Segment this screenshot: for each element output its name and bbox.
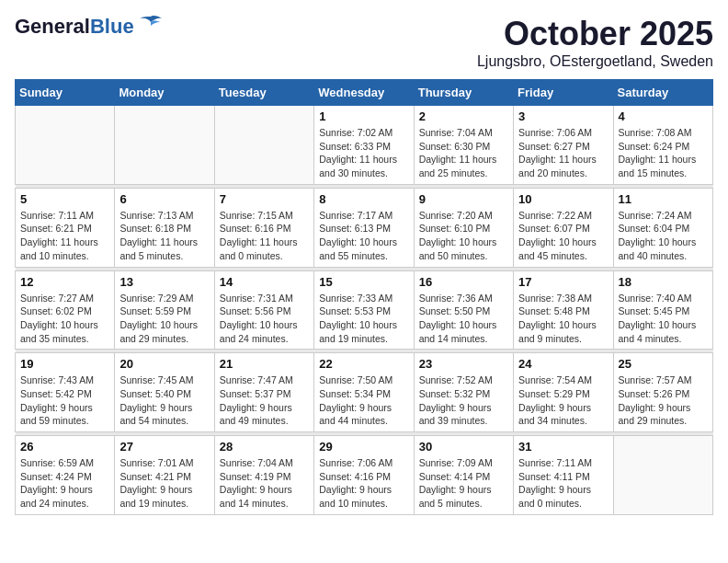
table-row: 16Sunrise: 7:36 AM Sunset: 5:50 PM Dayli… <box>414 270 513 350</box>
calendar-header-row: Sunday Monday Tuesday Wednesday Thursday… <box>16 80 713 106</box>
day-number: 23 <box>419 357 508 371</box>
calendar-week-row: 5Sunrise: 7:11 AM Sunset: 6:21 PM Daylig… <box>16 188 713 267</box>
table-row: 12Sunrise: 7:27 AM Sunset: 6:02 PM Dayli… <box>16 270 115 350</box>
table-row <box>16 106 115 185</box>
table-row <box>613 436 712 515</box>
table-row: 9Sunrise: 7:20 AM Sunset: 6:10 PM Daylig… <box>414 188 513 267</box>
day-info: Sunrise: 7:33 AM Sunset: 5:53 PM Dayligh… <box>319 292 408 346</box>
day-number: 31 <box>518 440 608 454</box>
col-friday: Friday <box>514 80 613 106</box>
day-number: 22 <box>319 357 408 371</box>
logo-text: GeneralBlue <box>15 15 134 39</box>
table-row: 22Sunrise: 7:50 AM Sunset: 5:34 PM Dayli… <box>314 353 414 432</box>
table-row: 4Sunrise: 7:08 AM Sunset: 6:24 PM Daylig… <box>613 106 712 185</box>
table-row: 27Sunrise: 7:01 AM Sunset: 4:21 PM Dayli… <box>115 436 214 515</box>
day-info: Sunrise: 7:06 AM Sunset: 4:16 PM Dayligh… <box>319 456 408 511</box>
day-info: Sunrise: 7:40 AM Sunset: 5:45 PM Dayligh… <box>619 292 708 346</box>
day-info: Sunrise: 7:24 AM Sunset: 6:04 PM Dayligh… <box>619 209 708 263</box>
col-monday: Monday <box>115 80 214 106</box>
table-row: 20Sunrise: 7:45 AM Sunset: 5:40 PM Dayli… <box>115 353 214 432</box>
day-info: Sunrise: 7:29 AM Sunset: 5:59 PM Dayligh… <box>119 292 209 346</box>
table-row: 31Sunrise: 7:11 AM Sunset: 4:11 PM Dayli… <box>514 436 613 515</box>
day-info: Sunrise: 7:22 AM Sunset: 6:07 PM Dayligh… <box>518 209 608 263</box>
page-title: October 2025 <box>477 15 713 53</box>
table-row: 29Sunrise: 7:06 AM Sunset: 4:16 PM Dayli… <box>314 436 414 515</box>
day-info: Sunrise: 7:50 AM Sunset: 5:34 PM Dayligh… <box>319 373 408 428</box>
day-number: 28 <box>220 440 309 454</box>
day-info: Sunrise: 7:57 AM Sunset: 5:26 PM Dayligh… <box>619 373 708 428</box>
day-info: Sunrise: 7:04 AM Sunset: 4:19 PM Dayligh… <box>220 456 309 511</box>
day-info: Sunrise: 7:15 AM Sunset: 6:16 PM Dayligh… <box>220 209 309 263</box>
day-number: 26 <box>20 440 109 454</box>
day-info: Sunrise: 7:54 AM Sunset: 5:29 PM Dayligh… <box>518 373 608 428</box>
table-row: 19Sunrise: 7:43 AM Sunset: 5:42 PM Dayli… <box>16 353 115 432</box>
day-number: 15 <box>319 275 408 289</box>
day-number: 29 <box>319 440 408 454</box>
day-number: 17 <box>518 275 608 289</box>
table-row: 25Sunrise: 7:57 AM Sunset: 5:26 PM Dayli… <box>613 353 712 432</box>
day-number: 16 <box>419 275 508 289</box>
day-number: 13 <box>119 275 209 289</box>
table-row: 26Sunrise: 6:59 AM Sunset: 4:24 PM Dayli… <box>16 436 115 515</box>
day-info: Sunrise: 7:45 AM Sunset: 5:40 PM Dayligh… <box>119 373 209 428</box>
day-number: 9 <box>419 192 508 206</box>
table-row: 23Sunrise: 7:52 AM Sunset: 5:32 PM Dayli… <box>414 353 513 432</box>
day-info: Sunrise: 7:13 AM Sunset: 6:18 PM Dayligh… <box>119 209 209 263</box>
day-number: 11 <box>619 192 708 206</box>
col-wednesday: Wednesday <box>314 80 414 106</box>
day-info: Sunrise: 7:27 AM Sunset: 6:02 PM Dayligh… <box>20 292 109 346</box>
day-info: Sunrise: 7:17 AM Sunset: 6:13 PM Dayligh… <box>319 209 408 263</box>
table-row: 10Sunrise: 7:22 AM Sunset: 6:07 PM Dayli… <box>514 188 613 267</box>
day-number: 6 <box>119 192 209 206</box>
table-row: 13Sunrise: 7:29 AM Sunset: 5:59 PM Dayli… <box>115 270 214 350</box>
day-number: 8 <box>319 192 408 206</box>
day-info: Sunrise: 7:02 AM Sunset: 6:33 PM Dayligh… <box>319 126 408 180</box>
day-number: 1 <box>319 109 408 123</box>
day-info: Sunrise: 7:38 AM Sunset: 5:48 PM Dayligh… <box>518 292 608 346</box>
table-row: 8Sunrise: 7:17 AM Sunset: 6:13 PM Daylig… <box>314 188 414 267</box>
day-number: 18 <box>619 275 708 289</box>
day-info: Sunrise: 7:11 AM Sunset: 6:21 PM Dayligh… <box>20 209 109 263</box>
table-row: 11Sunrise: 7:24 AM Sunset: 6:04 PM Dayli… <box>613 188 712 267</box>
table-row: 1Sunrise: 7:02 AM Sunset: 6:33 PM Daylig… <box>314 106 414 185</box>
day-info: Sunrise: 7:31 AM Sunset: 5:56 PM Dayligh… <box>220 292 309 346</box>
day-number: 30 <box>419 440 508 454</box>
table-row: 17Sunrise: 7:38 AM Sunset: 5:48 PM Dayli… <box>514 270 613 350</box>
header: GeneralBlue October 2025 Ljungsbro, OEst… <box>15 15 713 70</box>
col-sunday: Sunday <box>16 80 115 106</box>
day-info: Sunrise: 7:43 AM Sunset: 5:42 PM Dayligh… <box>20 373 109 428</box>
logo-bird-icon <box>138 15 164 31</box>
day-number: 25 <box>619 357 708 371</box>
day-number: 7 <box>220 192 309 206</box>
day-number: 24 <box>518 357 608 371</box>
day-number: 27 <box>119 440 209 454</box>
table-row: 24Sunrise: 7:54 AM Sunset: 5:29 PM Dayli… <box>514 353 613 432</box>
day-number: 14 <box>220 275 309 289</box>
day-info: Sunrise: 7:36 AM Sunset: 5:50 PM Dayligh… <box>419 292 508 346</box>
col-tuesday: Tuesday <box>214 80 313 106</box>
day-number: 3 <box>518 109 608 123</box>
day-info: Sunrise: 7:04 AM Sunset: 6:30 PM Dayligh… <box>419 126 508 180</box>
table-row: 7Sunrise: 7:15 AM Sunset: 6:16 PM Daylig… <box>214 188 313 267</box>
calendar-week-row: 1Sunrise: 7:02 AM Sunset: 6:33 PM Daylig… <box>16 106 713 185</box>
day-info: Sunrise: 7:08 AM Sunset: 6:24 PM Dayligh… <box>619 126 708 180</box>
day-info: Sunrise: 7:09 AM Sunset: 4:14 PM Dayligh… <box>419 456 508 511</box>
day-info: Sunrise: 7:01 AM Sunset: 4:21 PM Dayligh… <box>119 456 209 511</box>
day-info: Sunrise: 7:06 AM Sunset: 6:27 PM Dayligh… <box>518 126 608 180</box>
calendar-table: Sunday Monday Tuesday Wednesday Thursday… <box>15 79 713 515</box>
table-row: 5Sunrise: 7:11 AM Sunset: 6:21 PM Daylig… <box>16 188 115 267</box>
calendar-week-row: 19Sunrise: 7:43 AM Sunset: 5:42 PM Dayli… <box>16 353 713 432</box>
day-info: Sunrise: 6:59 AM Sunset: 4:24 PM Dayligh… <box>20 456 109 511</box>
logo: GeneralBlue <box>15 15 164 39</box>
table-row: 14Sunrise: 7:31 AM Sunset: 5:56 PM Dayli… <box>214 270 313 350</box>
table-row: 30Sunrise: 7:09 AM Sunset: 4:14 PM Dayli… <box>414 436 513 515</box>
col-thursday: Thursday <box>414 80 513 106</box>
calendar-week-row: 26Sunrise: 6:59 AM Sunset: 4:24 PM Dayli… <box>16 436 713 515</box>
day-number: 19 <box>20 357 109 371</box>
day-number: 20 <box>119 357 209 371</box>
day-info: Sunrise: 7:47 AM Sunset: 5:37 PM Dayligh… <box>220 373 309 428</box>
title-area: October 2025 Ljungsbro, OEstergoetland, … <box>477 15 713 70</box>
day-number: 5 <box>20 192 109 206</box>
table-row: 18Sunrise: 7:40 AM Sunset: 5:45 PM Dayli… <box>613 270 712 350</box>
table-row <box>214 106 313 185</box>
